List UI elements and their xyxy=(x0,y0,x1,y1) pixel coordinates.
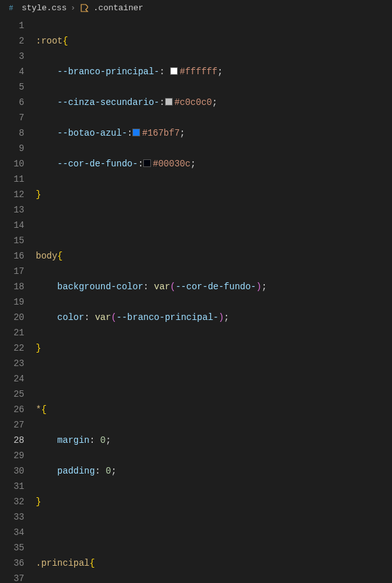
color-swatch xyxy=(170,67,178,75)
css-rule-icon xyxy=(79,3,90,13)
color-swatch xyxy=(132,129,140,136)
line-number-gutter: 12345 678910 1112131415 1617181920 21222… xyxy=(0,15,36,583)
breadcrumb-sep-icon: › xyxy=(70,3,75,13)
color-swatch xyxy=(143,159,151,167)
breadcrumb-symbol[interactable]: .container xyxy=(93,3,143,13)
code-editor[interactable]: 12345 678910 1112131415 1617181920 21222… xyxy=(0,15,392,583)
code-area[interactable]: :root{ --branco-principal-: #ffffff; --c… xyxy=(36,15,392,583)
css-file-icon: # xyxy=(8,3,18,13)
breadcrumb[interactable]: # style.css › .container xyxy=(0,0,392,15)
breadcrumb-file[interactable]: style.css xyxy=(22,3,67,13)
svg-text:#: # xyxy=(9,3,13,12)
color-swatch xyxy=(165,98,173,106)
